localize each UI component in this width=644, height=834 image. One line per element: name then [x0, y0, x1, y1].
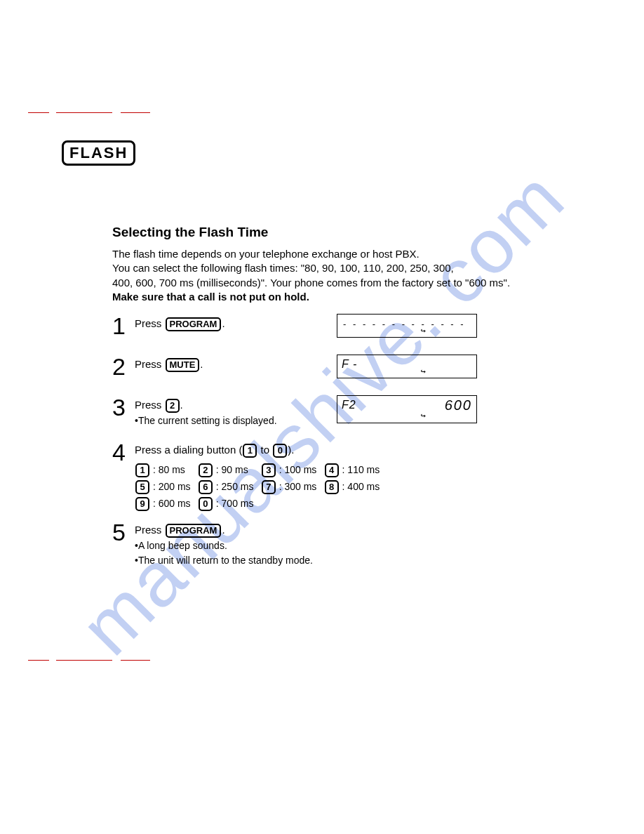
option-value: : 250 ms — [216, 481, 254, 492]
lcd-text-right: 600 — [445, 397, 472, 413]
option-value: : 90 ms — [216, 464, 248, 475]
digit-key: 0 — [199, 497, 213, 511]
option: 5 : 200 ms — [135, 479, 195, 496]
intro-warning: Make sure that a call is not put on hold — [112, 291, 307, 303]
press-label: Press — [135, 399, 161, 411]
option: 0 : 700 ms — [198, 496, 258, 512]
step-number: 3 — [112, 395, 135, 419]
step-note: •The unit will return to the standby mod… — [135, 554, 547, 567]
option: 8 : 400 ms — [324, 479, 384, 496]
option: 9 : 600 ms — [135, 496, 195, 512]
step-5: 5 Press PROGRAM. •A long beep sounds. •T… — [112, 523, 547, 567]
step-body: Press PROGRAM. •A long beep sounds. •The… — [135, 523, 547, 567]
option: 2 : 90 ms — [198, 462, 258, 479]
digit-key: 9 — [135, 497, 149, 511]
step-3: 3 Press 2. •The current setting is displ… — [112, 398, 547, 432]
lcd-text-left: F2 — [342, 399, 356, 411]
option: 7 : 300 ms — [261, 479, 321, 496]
option-value: : 700 ms — [216, 498, 254, 509]
step-number: 5 — [112, 520, 135, 544]
rule-segment — [121, 660, 150, 661]
intro-text: You can select the following flash times… — [112, 262, 454, 274]
rule-segment — [56, 112, 112, 113]
digit-2-key: 2 — [166, 399, 180, 413]
period: . — [222, 317, 224, 329]
option-value: : 200 ms — [153, 481, 191, 492]
period: . — [222, 524, 224, 536]
rule-segment — [28, 112, 49, 113]
digit-key: 8 — [325, 480, 339, 494]
intro-text: 400, 600, 700 ms (milliseconds)". Your p… — [112, 277, 510, 289]
period: . — [200, 358, 203, 370]
program-key: PROGRAM — [166, 524, 222, 538]
arrow-icon: ↪ — [421, 366, 426, 376]
option: 1 : 80 ms — [135, 462, 195, 479]
lcd-display-2: F - ↪ — [337, 355, 477, 378]
option: 6 : 250 ms — [198, 479, 258, 496]
digit-key: 7 — [262, 480, 276, 494]
step-number: 4 — [112, 440, 135, 464]
instruction-block: Selecting the Flash Time The flash time … — [112, 225, 547, 578]
lcd-display-3: F2 600 ↪ — [337, 395, 477, 423]
option: 4 : 110 ms — [324, 462, 384, 479]
step-1: 1 Press PROGRAM. - - - - - - - - - - - -… — [112, 317, 547, 346]
lcd-text-left: F - — [342, 358, 357, 371]
digit-0-key: 0 — [273, 444, 287, 458]
option: 3 : 100 ms — [261, 462, 321, 479]
step-number: 1 — [112, 314, 135, 338]
digit-key: 4 — [325, 463, 339, 477]
press-label: Press — [135, 358, 161, 370]
mute-key: MUTE — [166, 358, 200, 372]
options-grid: 1 : 80 ms 2 : 90 ms 3 : 100 ms 4 : 110 m… — [135, 462, 547, 512]
arrow-icon: ↪ — [421, 326, 426, 336]
period: . — [180, 399, 183, 411]
step-2: 2 Press MUTE. F - ↪ — [112, 357, 547, 387]
rule-segment — [28, 660, 49, 661]
press-label: Press — [135, 317, 161, 329]
step-text: Press a dialing button ( — [135, 444, 242, 456]
intro-text: The flash time depends on your telephone… — [112, 248, 420, 260]
option-value: : 400 ms — [342, 481, 380, 492]
option-value: : 100 ms — [279, 464, 317, 475]
digit-key: 5 — [135, 480, 149, 494]
lcd-display-1: - - - - - - - - - - - - - ↪ — [337, 314, 477, 338]
digit-key: 3 — [262, 463, 276, 477]
lcd-dashes: - - - - - - - - - - - - - — [343, 319, 471, 329]
digit-1-key: 1 — [243, 444, 257, 458]
intro-paragraph: The flash time depends on your telephone… — [112, 247, 547, 304]
rule-segment — [121, 112, 150, 113]
digit-key: 6 — [199, 480, 213, 494]
option-value: : 300 ms — [279, 481, 317, 492]
step-body: Press a dialing button (1 to 0). 1 : 80 … — [135, 443, 547, 512]
press-label: Press — [135, 524, 161, 536]
digit-key: 1 — [135, 463, 149, 477]
option-value: : 600 ms — [153, 498, 191, 509]
option-value: : 110 ms — [342, 464, 380, 475]
to-label: to — [261, 444, 270, 456]
digit-key: 2 — [199, 463, 213, 477]
flash-button-graphic: FLASH — [62, 140, 135, 166]
steps-list: 1 Press PROGRAM. - - - - - - - - - - - -… — [112, 317, 547, 567]
step-text-end: ). — [288, 444, 294, 456]
step-4: 4 Press a dialing button (1 to 0). 1 : 8… — [112, 443, 547, 512]
program-key: PROGRAM — [166, 317, 222, 331]
step-note: •A long beep sounds. — [135, 539, 547, 552]
arrow-icon: ↪ — [421, 411, 426, 421]
step-number: 2 — [112, 355, 135, 378]
option-value: : 80 ms — [153, 464, 185, 475]
rule-segment — [56, 660, 112, 661]
section-title: Selecting the Flash Time — [112, 225, 547, 240]
